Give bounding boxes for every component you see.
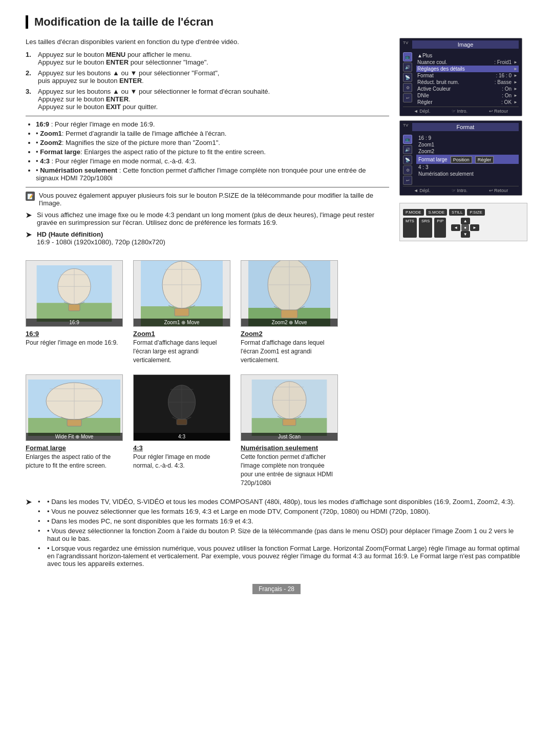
remote-mts[interactable]: MTS xyxy=(403,218,417,238)
step-1-text2: Appuyez sur le bouton ENTER pour sélecti… xyxy=(38,58,208,66)
tv-row-plus: ▲Plus xyxy=(416,52,519,59)
bullet-num-seul: • Numérisation seulement : Cette fonctio… xyxy=(36,166,389,182)
svg-rect-62 xyxy=(283,419,296,426)
dpad-down[interactable]: ▼ xyxy=(461,231,470,238)
note-icon-1: 📝 xyxy=(26,192,35,201)
tv-icon-setup: ⚙ xyxy=(403,83,412,92)
image-4-3: 4:3 4:3 Pour régler l'image en mode norm… xyxy=(133,374,230,470)
image-zoom2: Zoom2 ⊕ Move Zoom2 Format d'affichage da… xyxy=(241,260,338,364)
dpad-up[interactable]: ▲ xyxy=(461,218,470,224)
regler-btn[interactable]: Régler xyxy=(475,156,494,163)
bullet-16-9: 16:9 : Pour régler l'image en mode 16:9. xyxy=(36,120,389,128)
caption-title-zoom1: Zoom1 xyxy=(133,330,230,338)
dpad: ▲ ◄ ● ► ▼ xyxy=(451,218,479,238)
bullet-zoom1: • Zoom1: Permet d'agrandir la taille de … xyxy=(36,130,389,137)
note-psize: 📝 Vous pouvez également appuyer plusieur… xyxy=(26,192,389,207)
note-psize-text: Vous pouvez également appuyer plusieurs … xyxy=(39,192,389,207)
fmt-4-3: 4 : 3 xyxy=(416,164,519,171)
arrow-sym-bottom: ➤ xyxy=(26,498,34,506)
remote-pmode[interactable]: P.MODE xyxy=(403,209,424,216)
img-bar-4-3: 4:3 xyxy=(134,433,230,440)
bullet-zoom2: • Zoom2: Magnifies the size of the pictu… xyxy=(36,139,389,146)
dpad-right[interactable]: ► xyxy=(470,224,479,231)
tv-menu-footer-1: ◄ Dépl. ☞ Intro. ↩ Retour xyxy=(403,107,519,114)
note-hd-text: 16:9 - 1080i (1920x1080), 720p (1280x720… xyxy=(37,238,165,246)
fmt-zoom2: Zoom2 xyxy=(416,148,519,155)
step-3-text2: Appuyez sur le bouton ENTER. xyxy=(38,95,131,103)
img-frame-just-scan: Just Scan xyxy=(241,374,338,441)
img-bar-just-scan: Just Scan xyxy=(241,433,337,440)
svg-rect-53 xyxy=(177,419,187,425)
step-3-num: 3. xyxy=(26,88,35,111)
svg-rect-36 xyxy=(281,310,297,318)
tv-image-menu: TV Image 📺 🔊 📡 ⚙ ↩ ▲Plus Nuance coul.: F… xyxy=(399,38,522,116)
step-3-text3: Appuyez sur le bouton EXIT pour quitter. xyxy=(38,103,158,111)
footer-intro-2: ☞ Intro. xyxy=(452,188,467,193)
dpad-left[interactable]: ◄ xyxy=(451,224,460,231)
caption-title-4-3: 4:3 xyxy=(133,444,230,452)
footer-retour-2: ↩ Retour xyxy=(489,188,508,193)
svg-rect-27 xyxy=(175,308,189,316)
note-burn-in: ➤ Si vous affichez une image fixe ou le … xyxy=(26,211,389,226)
fmt-zoom1: Zoom1 xyxy=(416,141,519,148)
tv-format-icon-setup: ⚙ xyxy=(403,165,412,175)
step-2: 2. Appuyez sur les boutons ▲ ou ▼ pour s… xyxy=(26,69,389,85)
bottom-note-2: • • Vous ne pouvez sélectionner que les … xyxy=(38,508,527,515)
caption-title-just-scan: Numérisation seulement xyxy=(241,444,338,452)
tv-row-format: Format: 16 : 0► xyxy=(416,72,519,79)
format-images-section: 16:9 16:9 Pour régler l'image en mode 16… xyxy=(26,260,527,488)
remote-smode[interactable]: S.MODE xyxy=(426,209,448,216)
step-1-num: 1. xyxy=(26,51,35,66)
caption-text-format-large: Enlarges the aspect ratio of the picture… xyxy=(26,453,123,470)
step-2-text2: puis appuyez sur le bouton ENTER. xyxy=(38,77,144,85)
img-frame-zoom1: Zoom1 ⊕ Move xyxy=(133,260,230,327)
remote-pip[interactable]: PIP xyxy=(434,218,446,238)
image-zoom1: Zoom1 ⊕ Move Zoom1 Format d'affichage da… xyxy=(133,260,230,364)
img-bar-zoom2: Zoom2 ⊕ Move xyxy=(241,319,337,326)
bullet-4-3: • 4:3 : Pour régler l'image en mode norm… xyxy=(36,157,389,165)
image-16-9: 16:9 16:9 Pour régler l'image en mode 16… xyxy=(26,260,123,347)
bullet-format-large: • Format large: Enlarges the aspect rati… xyxy=(36,148,389,156)
footer-intro-1: ☞ Intro. xyxy=(452,109,467,114)
dpad-center[interactable]: ● xyxy=(461,224,469,231)
arrow-sym-2: ➤ xyxy=(26,230,34,246)
remote-psize[interactable]: P.SIZE xyxy=(467,209,484,216)
footer-depl-1: ◄ Dépl. xyxy=(414,109,430,114)
tv-row-regler: Régler: OK► xyxy=(416,99,519,106)
caption-title-format-large: Format large xyxy=(26,444,123,452)
step-3-text: Appuyez sur les boutons ▲ ou ▼ pour séle… xyxy=(38,88,270,95)
tv-menu-title: Image xyxy=(412,40,519,49)
image-format-large: Wide Fit ⊕ Move Format large Enlarges th… xyxy=(26,374,123,470)
img-frame-4-3: 4:3 xyxy=(133,374,230,441)
tv-row-nuance: Nuance coul.: Froid1► xyxy=(416,59,519,66)
tv-row-reduct: Réduct. bruit num.: Basse► xyxy=(416,79,519,86)
bottom-note-arrow: ➤ • • Dans les modes TV, VIDÉO, S-VIDÉO … xyxy=(26,498,527,570)
fmt-16-9: 16 : 9 xyxy=(416,135,519,141)
step-2-num: 2. xyxy=(26,69,35,85)
bottom-note-1: • • Dans les modes TV, VIDÉO, S-VIDÉO et… xyxy=(38,498,527,506)
fmt-num-seul: Numérisation seulement xyxy=(416,171,519,177)
img-frame-format-large: Wide Fit ⊕ Move xyxy=(26,374,123,441)
caption-text-4-3: Pour régler l'image en mode normal, c.-à… xyxy=(133,453,230,470)
note-burn-in-text: Si vous affichez une image fixe ou le mo… xyxy=(37,211,389,226)
tv-format-title: Format xyxy=(412,123,519,131)
tv-format-menu: TV Format 📺 🔊 📡 ⚙ ↩ 16 : 9 Zoom1 Zoom2 F… xyxy=(399,120,522,196)
remote-still[interactable]: STILL xyxy=(449,209,465,216)
note-hd: ➤ HD (Haute définition) 16:9 - 1080i (19… xyxy=(26,230,389,246)
arrow-sym-1: ➤ xyxy=(26,211,34,226)
tv-icon-picture: 📺 xyxy=(403,52,412,61)
steps-list: 1. Appuyez sur le bouton MENU pour affic… xyxy=(26,51,389,111)
svg-rect-45 xyxy=(67,419,81,426)
step-1-text: Appuyez sur le bouton MENU pour afficher… xyxy=(38,51,192,58)
tv-format-icon-input: ↩ xyxy=(403,176,412,185)
step-3: 3. Appuyez sur les boutons ▲ ou ▼ pour s… xyxy=(26,88,389,111)
page-footer: Français - 28 xyxy=(252,584,301,594)
position-btn[interactable]: Position xyxy=(451,156,472,163)
caption-title-zoom2: Zoom2 xyxy=(241,330,338,338)
caption-title-16-9: 16:9 xyxy=(26,330,123,338)
remote-srs[interactable]: SRS xyxy=(419,218,432,238)
tv-format-icon-sound: 🔊 xyxy=(403,145,412,154)
tv-icon-channel: 📡 xyxy=(403,73,412,82)
footer-retour-1: ↩ Retour xyxy=(489,109,508,114)
format-bullets: 16:9 : Pour régler l'image en mode 16:9.… xyxy=(36,120,389,182)
